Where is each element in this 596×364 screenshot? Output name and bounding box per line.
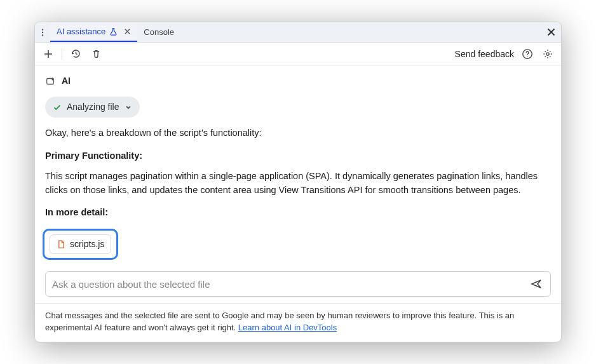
close-panel-button[interactable] <box>541 27 561 37</box>
tab-console[interactable]: Console <box>137 22 180 42</box>
close-tab-icon[interactable] <box>124 28 131 35</box>
disclaimer-footer: Chat messages and the selected file are … <box>35 303 561 342</box>
new-chat-button[interactable] <box>41 47 55 61</box>
selected-file-highlight: scripts.js <box>43 229 118 260</box>
svg-point-4 <box>527 56 527 57</box>
prompt-input[interactable] <box>52 279 529 290</box>
ai-header: AI <box>45 74 551 88</box>
svg-point-2 <box>42 34 43 36</box>
check-icon <box>53 103 62 112</box>
learn-more-link[interactable]: Learn about AI in DevTools <box>238 323 337 332</box>
settings-button[interactable] <box>541 47 555 61</box>
flask-icon <box>109 27 118 36</box>
help-button[interactable] <box>520 47 534 61</box>
tab-label: Console <box>144 27 174 37</box>
send-button[interactable] <box>529 276 544 292</box>
chip-label: Analyzing file <box>67 100 119 114</box>
history-button[interactable] <box>69 47 83 61</box>
response-paragraph: This script manages pagination within a … <box>45 170 551 198</box>
ai-sparkle-icon <box>45 76 57 87</box>
prompt-input-row <box>45 271 551 297</box>
svg-point-5 <box>546 53 549 55</box>
chat-content: AI Analyzing file Okay, here's a breakdo… <box>35 65 561 271</box>
delete-button[interactable] <box>89 47 103 61</box>
tab-bar: AI assistance Console <box>35 22 561 43</box>
file-name: scripts.js <box>70 238 104 251</box>
analyzing-file-chip[interactable]: Analyzing file <box>45 97 140 118</box>
response-heading-primary: Primary Functionality: <box>45 149 551 163</box>
tab-label: AI assistance <box>57 27 105 36</box>
toolbar: Send feedback <box>35 43 561 65</box>
tab-ai-assistance[interactable]: AI assistance <box>50 22 137 42</box>
response-intro: Okay, here's a breakdown of the script's… <box>45 126 551 140</box>
svg-point-1 <box>42 32 43 33</box>
chevron-down-icon <box>125 104 132 111</box>
devtools-panel: AI assistance Console <box>34 22 562 342</box>
ai-label: AI <box>62 74 71 88</box>
svg-point-0 <box>42 29 43 30</box>
file-icon <box>57 239 66 249</box>
send-feedback-link[interactable]: Send feedback <box>455 49 514 59</box>
selected-file-chip[interactable]: scripts.js <box>50 234 111 254</box>
panel-menu-button[interactable] <box>35 25 50 39</box>
response-heading-detail: In more detail: <box>45 206 551 220</box>
